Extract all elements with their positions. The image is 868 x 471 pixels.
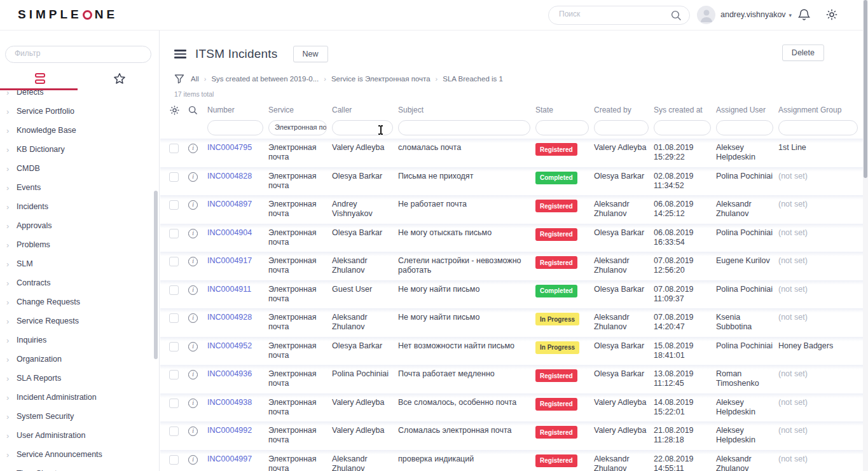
filter-input-assignment-group[interactable] xyxy=(778,120,858,135)
breadcrumb-item-4[interactable]: SLA Breached is 1 xyxy=(443,75,503,83)
row-checkbox[interactable] xyxy=(169,399,179,408)
filter-input-created-by[interactable] xyxy=(594,120,649,135)
sidebar-item-problems[interactable]: › Problems xyxy=(0,235,160,254)
row-checkbox[interactable] xyxy=(169,427,179,436)
sidebar-item-contracts[interactable]: › Contracts xyxy=(0,273,160,292)
row-checkbox[interactable] xyxy=(169,172,179,182)
column-header-caller[interactable]: Caller xyxy=(332,106,398,114)
page-scrollbar-thumb[interactable] xyxy=(864,0,867,178)
sidebar-item-defects[interactable]: › Defects xyxy=(0,83,160,102)
sidebar-item-incident-administration[interactable]: › Incident Administration xyxy=(0,388,160,407)
column-header-created-by[interactable]: Created by xyxy=(594,106,654,114)
table-gear-icon[interactable] xyxy=(169,105,180,116)
table-row[interactable]: i INC0004938 Электронная почта Valery Ad… xyxy=(160,393,863,422)
row-checkbox[interactable] xyxy=(169,313,179,323)
row-info-icon[interactable]: i xyxy=(188,144,198,153)
filter-input-state[interactable] xyxy=(535,120,589,135)
breadcrumb-item-3[interactable]: Service is Электронная почта xyxy=(331,75,431,83)
sidebar-item-change-requests[interactable]: › Change Requests xyxy=(0,292,160,311)
table-row[interactable]: i INC0004917 Электронная почта Aleksandr… xyxy=(160,252,863,280)
row-info-icon[interactable]: i xyxy=(188,370,198,379)
row-checkbox[interactable] xyxy=(169,455,179,465)
row-info-icon[interactable]: i xyxy=(188,313,198,323)
filter-input-sys-created-at[interactable] xyxy=(654,120,711,135)
incident-number-link[interactable]: INC0004795 xyxy=(207,143,252,152)
sidebar-item-system-security[interactable]: › System Security xyxy=(0,407,160,426)
table-search-icon[interactable] xyxy=(188,106,198,115)
row-checkbox[interactable] xyxy=(169,370,179,379)
sidebar-scrollbar-thumb[interactable] xyxy=(154,191,158,359)
row-info-icon[interactable]: i xyxy=(188,285,198,295)
sidebar-item-knowledge-base[interactable]: › Knowledge Base xyxy=(0,121,160,140)
incident-number-link[interactable]: INC0004904 xyxy=(207,228,252,237)
incident-number-link[interactable]: INC0004997 xyxy=(207,454,252,463)
sidebar-filter[interactable] xyxy=(5,46,151,63)
column-header-number[interactable]: Number xyxy=(207,106,268,114)
incident-number-link[interactable]: INC0004936 xyxy=(207,369,252,378)
search-icon[interactable] xyxy=(671,10,682,21)
row-checkbox[interactable] xyxy=(169,285,179,295)
table-row[interactable]: i INC0004928 Электронная почта Aleksandr… xyxy=(160,308,863,337)
row-checkbox[interactable] xyxy=(169,229,179,238)
table-row[interactable]: i INC0004897 Электронная почта Andrey Vi… xyxy=(160,195,863,224)
column-header-subject[interactable]: Subject xyxy=(398,106,535,114)
breadcrumb-item-1[interactable]: All xyxy=(191,75,199,83)
incident-number-link[interactable]: INC0004911 xyxy=(207,285,251,294)
column-header-sys-created-at[interactable]: Sys created at xyxy=(654,106,716,114)
table-row[interactable]: i INC0004952 Электронная почта Olesya Ba… xyxy=(160,337,863,365)
user-menu[interactable]: andrey.vishnyakov▾ xyxy=(720,10,792,19)
incident-number-link[interactable]: INC0004992 xyxy=(207,426,252,435)
row-info-icon[interactable]: i xyxy=(188,200,198,210)
filter-input-subject[interactable] xyxy=(398,120,530,135)
sidebar-item-time-sheets[interactable]: › Time Sheets xyxy=(0,464,160,471)
row-checkbox[interactable] xyxy=(169,144,179,153)
sidebar-item-sla-reports[interactable]: › SLA Reports xyxy=(0,369,160,388)
row-info-icon[interactable]: i xyxy=(188,172,198,182)
filter-funnel-icon[interactable] xyxy=(174,74,184,84)
table-row[interactable]: i INC0004795 Электронная почта Valery Ad… xyxy=(160,139,863,167)
column-settings[interactable] xyxy=(169,105,188,116)
filter-input-service[interactable]: Электронная поч xyxy=(268,120,327,135)
row-checkbox[interactable] xyxy=(169,342,179,352)
row-checkbox[interactable] xyxy=(169,200,179,210)
new-button[interactable]: New xyxy=(293,46,328,62)
table-row[interactable]: i INC0004997 Электронная почта Aleksandr… xyxy=(160,450,863,471)
incident-number-link[interactable]: INC0004828 xyxy=(207,172,252,181)
hamburger-icon[interactable] xyxy=(174,48,186,60)
sidebar-item-approvals[interactable]: › Approvals xyxy=(0,216,160,235)
table-row[interactable]: i INC0004992 Электронная почта Valery Ad… xyxy=(160,421,863,450)
breadcrumb-item-2[interactable]: Sys created at between 2019-0... xyxy=(211,75,319,83)
sidebar-item-service-portfolio[interactable]: › Service Portfolio xyxy=(0,102,160,121)
column-header-state[interactable]: State xyxy=(535,106,594,114)
incident-number-link[interactable]: INC0004952 xyxy=(207,341,252,350)
row-info-icon[interactable]: i xyxy=(188,342,198,352)
filter-input-number[interactable] xyxy=(207,120,263,135)
sidebar-item-service-requests[interactable]: › Service Requests xyxy=(0,311,160,331)
bell-icon[interactable] xyxy=(798,8,810,22)
avatar[interactable] xyxy=(697,6,715,24)
sidebar-item-slm[interactable]: › SLM xyxy=(0,254,160,273)
sidebar-item-inquiries[interactable]: › Inquiries xyxy=(0,331,160,350)
table-row[interactable]: i INC0004911 Электронная почта Guest Use… xyxy=(160,280,863,309)
incident-number-link[interactable]: INC0004928 xyxy=(207,313,252,322)
sidebar-item-user-administration[interactable]: › User Administration xyxy=(0,426,160,445)
filter-input-caller[interactable] xyxy=(332,120,393,135)
incident-number-link[interactable]: INC0004897 xyxy=(207,200,252,208)
sidebar-item-organization[interactable]: › Organization xyxy=(0,350,160,369)
sidebar-item-service-announcements[interactable]: › Service Announcements xyxy=(0,445,160,464)
table-search-toggle[interactable] xyxy=(188,106,207,115)
row-info-icon[interactable]: i xyxy=(188,229,198,238)
sidebar-item-cmdb[interactable]: › CMDB xyxy=(0,159,160,178)
row-checkbox[interactable] xyxy=(169,257,179,266)
column-header-service[interactable]: Service xyxy=(268,106,332,114)
incident-number-link[interactable]: INC0004938 xyxy=(207,398,252,407)
column-header-assignment-group[interactable]: Assignment Group xyxy=(778,106,863,114)
column-header-assigned-user[interactable]: Assigned User xyxy=(716,106,778,114)
sidebar-item-kb-dictionary[interactable]: › KB Dictionary xyxy=(0,140,160,159)
global-search[interactable] xyxy=(548,6,690,25)
global-search-input[interactable] xyxy=(559,10,661,18)
filter-input-assigned-user[interactable] xyxy=(716,120,773,135)
delete-button[interactable]: Delete xyxy=(782,44,824,61)
row-info-icon[interactable]: i xyxy=(188,427,198,436)
sidebar-item-incidents[interactable]: › Incidents xyxy=(0,197,160,216)
